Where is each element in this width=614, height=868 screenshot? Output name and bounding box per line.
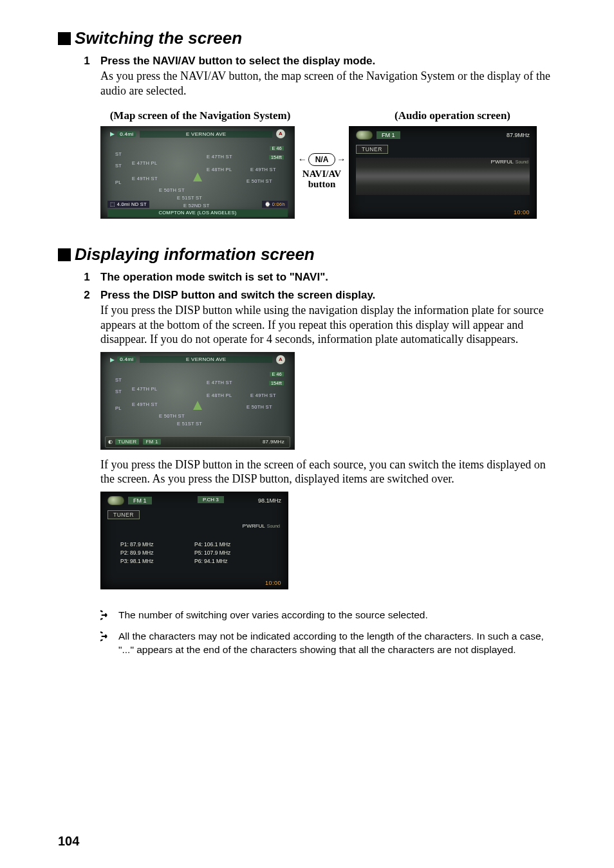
step-body: The operation mode switch is set to "NAV… (100, 271, 556, 284)
preset-item: P6: 94.1 MHz (194, 558, 268, 564)
naviav-column: ← N/A → NAVI/AV button (295, 126, 349, 190)
street-label: E 50TH ST (247, 178, 272, 184)
orb-icon: ◐ (108, 439, 113, 445)
note-text: The number of switching over varies acco… (118, 609, 556, 625)
flag-icon: ▶ (110, 356, 115, 363)
step-text: If you press the DISP button while using… (100, 303, 556, 347)
nav-scale: 0.4mi (117, 356, 136, 362)
nav-distance: ⬚ 4.0mi ND ST (107, 201, 149, 208)
step-title: Press the DISP button and switch the scr… (100, 289, 556, 302)
audio-presets: P1: 87.9 MHzP4: 106.1 MHz P2: 89.9 MHzP5… (120, 541, 268, 564)
street-label: E 49TH ST (250, 392, 276, 398)
street-label: E 49TH ST (132, 402, 158, 407)
street-label: E 47TH ST (207, 380, 232, 385)
street-label: PL (115, 180, 122, 185)
nav-time: ⌚ 0:06h (262, 201, 288, 208)
info-tuner: TUNER (115, 439, 139, 445)
naviav-label: NAVI/AV button (302, 169, 341, 190)
audio-powerful: P'WRFUL Sound (491, 159, 529, 165)
square-bullet-icon (58, 32, 71, 45)
note-row: All the characters may not be indicated … (100, 630, 556, 657)
audio-band: FM 1 (377, 131, 400, 139)
gps-icon: A (276, 355, 285, 364)
note-text: All the characters may not be indicated … (118, 630, 556, 657)
figures-row: (Map screen of the Navigation System) (A… (100, 109, 556, 219)
nav-title: E VERNON AVE (140, 356, 272, 363)
audio-freq: 87.9MHz (507, 132, 530, 138)
section1-title: Switching the screen (75, 28, 242, 48)
position-arrow-icon (193, 401, 202, 410)
dist-chip: 154ft (269, 155, 284, 160)
street-label: E 48TH PL (207, 392, 232, 398)
audio-pch: P.CH 3 (198, 496, 224, 503)
info-freq: 87.9MHz (260, 439, 287, 445)
naviav-pill: N/A (308, 153, 336, 166)
street-label: ST (115, 389, 122, 394)
preset-item: P3: 98.1 MHz (120, 558, 194, 564)
street-label: ST (115, 151, 122, 157)
step-number: 1 (73, 55, 100, 98)
audio-tuner: TUNER (107, 510, 140, 519)
section1-heading: Switching the screen (58, 28, 556, 48)
nav-scale: 0.4mi (117, 131, 136, 137)
figure-nav-info: ▶ 0.4mi E VERNON AVE A ST ST PL E 47TH P… (100, 352, 556, 450)
step-row: 2 Press the DISP button and switch the s… (73, 289, 556, 347)
preset-item: P2: 89.9 MHz (120, 549, 194, 556)
naviav-arrows: ← N/A → (298, 153, 346, 166)
audio-freq: 98.1MHz (258, 497, 281, 504)
audio-powerful: P'WRFUL Sound (243, 523, 281, 529)
step-row: 1 The operation mode switch is set to "N… (73, 271, 556, 284)
flag-icon: ▶ (110, 131, 115, 137)
position-arrow-icon (193, 172, 202, 181)
nav-bottom-bar: COMPTON AVE (LOS ANGELES) (107, 209, 288, 217)
section2-heading: Displaying information screen (58, 245, 556, 264)
dist-chip: 154ft (269, 381, 284, 385)
street-label: E 47TH ST (207, 154, 232, 160)
street-label: E 49TH ST (250, 167, 276, 172)
street-label: E 51ST ST (177, 195, 202, 201)
step-text: As you press the NAVI/AV button, the map… (100, 69, 556, 98)
orb-icon (107, 496, 124, 505)
street-label: E 50TH ST (159, 187, 185, 193)
captions-row: (Map screen of the Navigation System) (A… (100, 109, 556, 122)
audio-clock: 10:00 (514, 209, 530, 216)
preset-item: P5: 107.9 MHz (194, 549, 268, 556)
step-row: 1 Press the NAVI/AV button to select the… (73, 55, 556, 98)
square-bullet-icon (58, 248, 71, 261)
street-label: PL (115, 405, 122, 411)
street-label: ST (115, 377, 122, 383)
arrow-left-icon: ← (298, 154, 307, 165)
street-label: E 50TH ST (159, 413, 185, 419)
note-icon (100, 609, 118, 625)
street-label: ST (115, 163, 122, 169)
step-body: Press the NAVI/AV button to select the d… (100, 55, 556, 98)
note-icon (100, 630, 118, 657)
caption-left: (Map screen of the Navigation System) (100, 109, 300, 122)
arrow-right-icon: → (337, 154, 346, 165)
street-chip: E 46 (270, 372, 284, 376)
nav-screenshot-infobar: ▶ 0.4mi E VERNON AVE A ST ST PL E 47TH P… (100, 352, 295, 450)
step-title: Press the NAVI/AV button to select the d… (100, 55, 556, 68)
street-label: E 47TH PL (132, 160, 157, 166)
page: Switching the screen 1 Press the NAVI/AV… (0, 0, 614, 868)
figure-row-images: ▶ 0.4mi E VERNON AVE A ST ST PL E 47TH P… (100, 126, 556, 219)
audio-band: FM 1 (128, 497, 152, 504)
audio-screenshot-presets: FM 1 98.1MHz P.CH 3 TUNER P'WRFUL Sound … (100, 492, 288, 589)
street-label: E 47TH PL (132, 386, 157, 392)
paragraph: If you press the DISP button in the scre… (100, 457, 556, 486)
street-chip: E 46 (270, 146, 284, 151)
street-label: E 48TH PL (207, 167, 232, 172)
preset-item: P1: 87.9 MHz (120, 541, 194, 548)
caption-right: (Audio operation screen) (359, 109, 546, 122)
street-label: E 51ST ST (177, 421, 202, 427)
step-number: 2 (73, 289, 100, 347)
nav-info-bar: ◐ TUNER FM 1 87.9MHz (105, 436, 290, 448)
preset-item: P4: 106.1 MHz (194, 541, 268, 548)
gps-icon: A (276, 129, 285, 138)
figure-audio-presets: FM 1 98.1MHz P.CH 3 TUNER P'WRFUL Sound … (100, 492, 556, 589)
step-title: The operation mode switch is set to "NAV… (100, 271, 556, 284)
info-band: FM 1 (143, 439, 160, 445)
section2-title: Displaying information screen (75, 245, 315, 264)
audio-tuner: TUNER (356, 145, 388, 154)
nav-screenshot: ▶ 0.4mi E VERNON AVE A ST ST PL E 47TH P… (100, 126, 295, 219)
